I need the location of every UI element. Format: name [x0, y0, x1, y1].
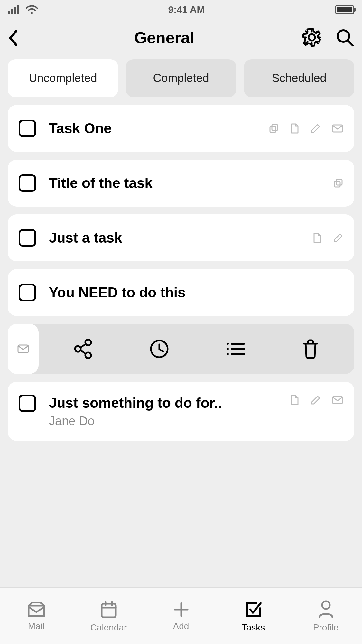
task-checkbox[interactable]: [19, 120, 36, 137]
task-title: Just something to do for..: [49, 395, 277, 412]
copy-icon[interactable]: [333, 178, 343, 188]
task-row-swiped[interactable]: [8, 324, 354, 374]
share-icon[interactable]: [73, 339, 93, 359]
task-checkbox[interactable]: [19, 174, 36, 192]
status-bar: 9:41 AM: [0, 0, 362, 19]
back-button[interactable]: [8, 29, 27, 47]
nav-mail[interactable]: Mail: [0, 588, 72, 644]
search-icon[interactable]: [335, 28, 354, 48]
header: General: [0, 19, 362, 57]
nav-label: Calendar: [90, 622, 127, 633]
task-row[interactable]: Task One: [8, 105, 354, 152]
nav-label: Mail: [28, 621, 44, 631]
svg-point-22: [227, 353, 229, 355]
task-title: Title of the task: [49, 175, 320, 192]
edit-icon[interactable]: [311, 395, 321, 405]
svg-rect-8: [270, 126, 276, 132]
svg-rect-2: [14, 7, 16, 14]
task-checkbox[interactable]: [19, 395, 36, 412]
svg-point-4: [31, 12, 33, 14]
svg-rect-0: [8, 11, 10, 14]
svg-point-5: [309, 34, 315, 41]
task-checkbox[interactable]: [19, 284, 36, 301]
task-row[interactable]: Title of the task: [8, 160, 354, 207]
svg-rect-11: [334, 181, 340, 187]
svg-point-33: [322, 601, 330, 609]
svg-rect-13: [18, 345, 28, 353]
nav-label: Profile: [313, 622, 339, 633]
task-row[interactable]: Just a task: [8, 214, 354, 261]
task-title: Task One: [49, 120, 256, 137]
task-assignee: Jane Do: [49, 414, 277, 428]
copy-icon[interactable]: [269, 123, 279, 134]
tab-uncompleted[interactable]: Uncompleted: [8, 59, 118, 97]
svg-rect-10: [333, 125, 342, 132]
wifi-icon: [26, 5, 38, 14]
edit-icon[interactable]: [311, 123, 321, 134]
svg-point-20: [227, 343, 229, 345]
svg-line-17: [80, 344, 86, 348]
task-list: Task One Title of the task Just a task Y…: [0, 105, 362, 441]
edit-icon[interactable]: [333, 233, 343, 243]
svg-rect-3: [17, 5, 19, 14]
tab-completed[interactable]: Completed: [126, 59, 236, 97]
bottom-nav: Mail Calendar Add Tasks Profile: [0, 587, 362, 644]
task-row[interactable]: Just something to do for.. Jane Do: [8, 382, 354, 441]
svg-point-21: [227, 348, 229, 350]
file-icon[interactable]: [312, 232, 322, 243]
clock-icon[interactable]: [149, 339, 170, 359]
svg-rect-9: [272, 125, 278, 130]
file-icon[interactable]: [290, 123, 300, 134]
file-icon[interactable]: [290, 395, 300, 406]
task-title: Just a task: [49, 229, 300, 247]
list-icon[interactable]: [226, 341, 245, 357]
nav-calendar[interactable]: Calendar: [72, 588, 145, 644]
svg-point-15: [75, 346, 81, 352]
nav-add[interactable]: Add: [145, 588, 217, 644]
svg-line-7: [348, 41, 353, 45]
cellular-signal-icon: [8, 5, 21, 14]
task-checkbox[interactable]: [19, 229, 36, 247]
tab-scheduled[interactable]: Scheduled: [244, 59, 354, 97]
trash-icon[interactable]: [302, 339, 320, 359]
task-row[interactable]: You NEED to do this: [8, 269, 354, 316]
svg-line-18: [80, 350, 86, 354]
nav-profile[interactable]: Profile: [290, 588, 362, 644]
svg-rect-26: [333, 397, 342, 404]
swipe-handle[interactable]: [8, 324, 39, 374]
battery-icon: [335, 5, 354, 14]
mail-icon[interactable]: [332, 396, 343, 405]
nav-label: Tasks: [242, 622, 265, 633]
mail-icon[interactable]: [332, 124, 343, 133]
nav-tasks[interactable]: Tasks: [217, 588, 290, 644]
status-time: 9:41 AM: [168, 4, 205, 15]
filter-tabs: Uncompleted Completed Scheduled: [0, 57, 362, 105]
svg-rect-12: [336, 179, 342, 185]
task-title: You NEED to do this: [49, 284, 343, 301]
svg-rect-27: [102, 604, 116, 617]
settings-icon[interactable]: [302, 27, 322, 49]
page-title: General: [27, 29, 302, 47]
nav-label: Add: [173, 621, 189, 631]
svg-rect-1: [11, 9, 13, 14]
